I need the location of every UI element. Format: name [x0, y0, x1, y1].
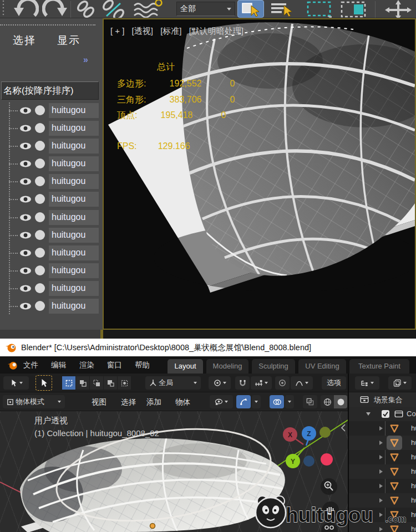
- expand-icon[interactable]: [379, 498, 383, 503]
- snap-toggle-button[interactable]: [235, 376, 250, 390]
- falloff-dropdown[interactable]: [291, 376, 313, 390]
- menu-help[interactable]: 帮助: [135, 360, 150, 370]
- select-by-name-icon[interactable]: [268, 0, 295, 18]
- list-item[interactable]: huitugou: [0, 192, 103, 207]
- blender-window-titlebar[interactable]: Blender* [C:\Users\Administrator\Desktop…: [0, 339, 416, 356]
- select-and-move-icon[interactable]: [383, 0, 414, 18]
- rectangular-selection-region-icon[interactable]: [304, 0, 335, 18]
- viewport-menu-pos[interactable]: [ + ]: [110, 26, 124, 35]
- list-sort-header[interactable]: 名称(按降序排序): [1, 81, 99, 100]
- object-name[interactable]: huitugou: [49, 299, 99, 314]
- object-name[interactable]: huitugou: [49, 156, 99, 171]
- viewport-menu-shading[interactable]: [默认明暗处理]: [189, 26, 243, 35]
- visibility-eye-icon[interactable]: [19, 195, 32, 203]
- visibility-eye-icon[interactable]: [19, 106, 32, 115]
- visibility-eye-icon[interactable]: [19, 284, 32, 293]
- collection-checkbox[interactable]: [382, 410, 389, 418]
- xray-toggle[interactable]: [303, 395, 317, 408]
- toolbar-drag-handle-icon[interactable]: [1, 0, 7, 18]
- tab-uv-editing[interactable]: UV Editing: [298, 359, 346, 374]
- menu-object[interactable]: 物体: [175, 397, 190, 407]
- visibility-eye-icon[interactable]: [19, 142, 32, 150]
- object-name[interactable]: huitugou: [49, 192, 99, 207]
- select-object-button[interactable]: [237, 0, 264, 18]
- gizmos-dropdown[interactable]: [252, 395, 261, 408]
- tab-modeling[interactable]: Modeling: [206, 359, 248, 374]
- frozen-dot-icon[interactable]: [35, 123, 45, 133]
- disclosure-triangle-icon[interactable]: [366, 412, 371, 416]
- select-mode-invert[interactable]: [104, 376, 117, 390]
- object-name[interactable]: huitugou: [49, 263, 99, 278]
- frozen-dot-icon[interactable]: [35, 194, 45, 204]
- mode-dropdown[interactable]: 物体模式: [3, 395, 65, 408]
- visibility-eye-icon[interactable]: [19, 231, 32, 239]
- undo-icon[interactable]: [12, 0, 39, 18]
- pivot-point-dropdown[interactable]: [209, 376, 231, 390]
- frozen-dot-icon[interactable]: [35, 141, 45, 151]
- frozen-dot-icon[interactable]: [35, 212, 45, 222]
- tab-layout[interactable]: Layout: [168, 359, 203, 374]
- list-item[interactable]: huitugou: [0, 139, 103, 154]
- object-name[interactable]: huitugou: [49, 139, 99, 154]
- expand-icon[interactable]: [379, 469, 383, 474]
- shading-wireframe-button[interactable]: [321, 395, 334, 408]
- visibility-eye-icon[interactable]: [19, 177, 32, 186]
- list-item[interactable]: huitugou: [0, 281, 103, 296]
- zoom-button[interactable]: [321, 478, 337, 495]
- expand-icon[interactable]: [379, 441, 383, 445]
- outliner-object-row selected[interactable]: huitugou: [349, 436, 416, 450]
- frozen-dot-icon[interactable]: [35, 230, 45, 240]
- frozen-dot-icon[interactable]: [35, 248, 45, 258]
- object-name[interactable]: huitugou: [49, 281, 99, 296]
- gizmos-toggle[interactable]: [236, 395, 251, 408]
- tab-texture-paint[interactable]: Texture Paint: [349, 359, 409, 374]
- camera-view-button[interactable]: [321, 523, 338, 532]
- expand-icon[interactable]: [379, 426, 383, 431]
- visibility-eye-icon[interactable]: [19, 213, 32, 222]
- select-and-link-icon[interactable]: [74, 0, 98, 18]
- viewport-menu-view[interactable]: [透视]: [132, 26, 153, 35]
- object-name[interactable]: huitugou: [49, 245, 99, 260]
- viewport-menu-style[interactable]: [标准]: [160, 26, 181, 35]
- menu-file[interactable]: 文件: [23, 360, 38, 370]
- frozen-dot-icon[interactable]: [35, 265, 45, 275]
- expand-icon[interactable]: [379, 484, 383, 488]
- menu-view[interactable]: 视图: [92, 397, 106, 407]
- pan-hand-button[interactable]: [322, 502, 339, 518]
- list-item[interactable]: huitugou: [0, 245, 103, 261]
- visibility-eye-icon[interactable]: [19, 124, 32, 132]
- scene-collection-row[interactable]: 场景集合: [349, 392, 416, 407]
- redo-icon[interactable]: [42, 0, 69, 18]
- blender-app-menu-icon[interactable]: [7, 360, 18, 371]
- menu-window[interactable]: 窗口: [107, 360, 122, 370]
- overlays-toggle[interactable]: [270, 395, 284, 408]
- list-item[interactable]: huitugou: [0, 121, 103, 136]
- window-crossing-toggle-icon[interactable]: [338, 0, 371, 18]
- list-item[interactable]: huitugou: [0, 103, 103, 119]
- outliner-object-row[interactable]: huitugou: [349, 508, 416, 522]
- select-mode-extend[interactable]: [76, 376, 89, 390]
- frozen-dot-icon[interactable]: [35, 176, 45, 186]
- unlink-selection-icon[interactable]: [101, 0, 126, 18]
- overlays-dropdown[interactable]: [285, 395, 294, 408]
- visibility-eye-icon[interactable]: [19, 160, 32, 168]
- outliner-object-row[interactable]: huitugou: [349, 450, 416, 464]
- max-perspective-viewport[interactable]: [ + ] [透视] [标准] [默认明暗处理] 总计 多边形:192,5520…: [103, 18, 416, 330]
- object-name[interactable]: huitugou: [49, 210, 99, 225]
- object-name[interactable]: huitugou: [49, 228, 99, 243]
- collection-row[interactable]: Collection: [349, 407, 416, 421]
- selection-filter-dropdown[interactable]: 全部: [176, 2, 235, 16]
- frozen-dot-icon[interactable]: [35, 158, 45, 168]
- outliner-object-row[interactable]: huitugou: [349, 479, 416, 493]
- object-name[interactable]: huitugou: [49, 103, 99, 118]
- outliner-object-row[interactable]: huitugou: [349, 421, 416, 436]
- list-item[interactable]: huitugou: [0, 156, 103, 172]
- menu-edit[interactable]: 编辑: [51, 360, 66, 370]
- shading-solid-button[interactable]: [334, 395, 347, 408]
- outliner-object-row[interactable]: huitugou: [349, 464, 416, 479]
- outliner-display-mode-dropdown[interactable]: [388, 376, 412, 390]
- visibility-eye-icon[interactable]: [19, 249, 32, 257]
- menu-select[interactable]: 选择: [121, 397, 136, 407]
- expand-icon[interactable]: [379, 527, 383, 531]
- snap-settings-dropdown[interactable]: [251, 376, 272, 390]
